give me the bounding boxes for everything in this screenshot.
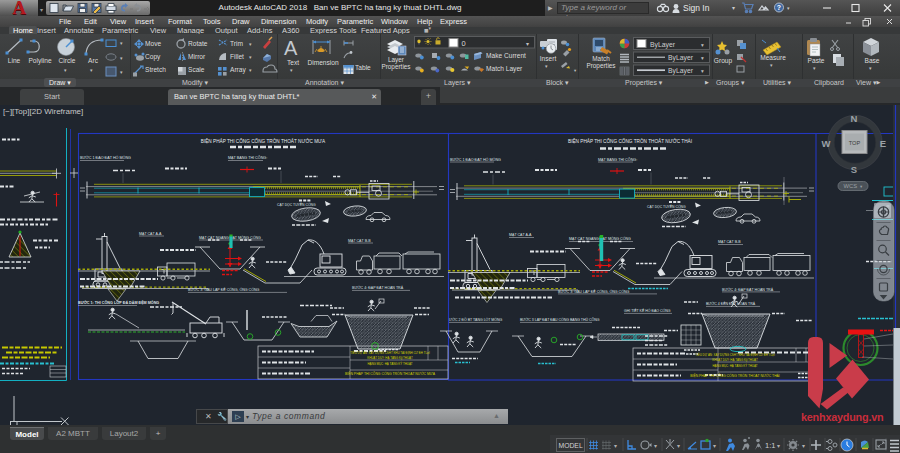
- svg-text:1:1: 1:1: [765, 441, 775, 450]
- svg-text:ByLayer: ByLayer: [668, 54, 694, 62]
- svg-text:▾: ▾: [120, 40, 123, 46]
- svg-text:▾: ▾: [120, 55, 123, 61]
- svg-text:A: A: [284, 37, 298, 59]
- svg-text:BƯỚC 3 LẤP ĐẤT ĐẦU CỐNG BẰNG T: BƯỚC 3 LẤP ĐẤT ĐẦU CỐNG BẰNG THỦ CÔNG: [520, 317, 600, 322]
- svg-text:▾: ▾: [777, 443, 780, 449]
- svg-text:W: W: [822, 138, 831, 149]
- svg-text:▾: ▾: [526, 41, 529, 47]
- svg-text:GHI TIẾT KẾ HỐ ĐÀO CỐNG: GHI TIẾT KẾ HỐ ĐÀO CỐNG: [624, 308, 671, 313]
- svg-text:HẠNG MỤC: HẠ TẦNG KỸ THUẬT: HẠNG MỤC: HẠ TẦNG KỸ THUẬT: [712, 363, 757, 368]
- svg-text:▾: ▾: [701, 42, 704, 48]
- svg-text:BIỆN PHÁP THI CÔNG CỐNG TRÒN T: BIỆN PHÁP THI CÔNG CỐNG TRÒN THOÁT NƯỚC …: [201, 137, 326, 144]
- svg-text:kenhxaydung.vn: kenhxaydung.vn: [801, 411, 883, 423]
- svg-text:S: S: [851, 164, 857, 175]
- svg-text:BIỆN PHÁP THI CÔNG CỐNG TRÒN T: BIỆN PHÁP THI CÔNG CỐNG TRÒN THOÁT NƯỚC …: [345, 371, 436, 376]
- svg-text:KHUẬT DUY: HẠ TẦNG Kỹ THUẬT: KHUẬT DUY: HẠ TẦNG Kỹ THUẬT: [712, 358, 758, 362]
- svg-text:BIỆN PHÁP THI CÔNG CỐNG TRÒN T: BIỆN PHÁP THI CÔNG CỐNG TRÒN THOÁT NƯỚC …: [690, 373, 780, 378]
- svg-text:MẶT CẮT B-B: MẶT CẮT B-B: [348, 238, 371, 243]
- svg-text:ByLayer: ByLayer: [650, 41, 676, 49]
- svg-text:▾: ▾: [574, 68, 577, 73]
- svg-text:E: E: [880, 138, 886, 149]
- svg-text:MẶT CẮT A-A: MẶT CẮT A-A: [139, 231, 162, 236]
- svg-text:CẬT DỌC TUYẾN CỐNG: CẬT DỌC TUYẾN CỐNG: [277, 202, 316, 207]
- svg-text:KHUẬT DUY: HẠ TẦNG Kỹ THUẬT: KHUẬT DUY: HẠ TẦNG Kỹ THUẬT: [367, 356, 413, 360]
- svg-text:TOP: TOP: [849, 140, 861, 146]
- svg-text:▾: ▾: [802, 443, 805, 449]
- svg-text:▾: ▾: [713, 443, 716, 449]
- svg-text:▾: ▾: [614, 443, 617, 449]
- svg-text:BƯỚC 4: ĐẮP ĐẤT HOÀN TRẢ: BƯỚC 4: ĐẮP ĐẤT HOÀN TRẢ: [352, 285, 404, 290]
- svg-text:MODEL: MODEL: [559, 442, 583, 449]
- svg-text:BƯỚC 3: GẦU LẤP ĐẾ CỐNG, ỐNG C: BƯỚC 3: GẦU LẤP ĐẾ CỐNG, ỐNG CỐNG: [188, 287, 260, 292]
- svg-text:▾: ▾: [654, 443, 657, 449]
- svg-text:?: ?: [777, 4, 781, 11]
- svg-text:HẠNG MỤC: HẠ TẦNG KỸ THUẬT: HẠNG MỤC: HẠ TẦNG KỸ THUẬT: [367, 361, 412, 366]
- svg-text:▾: ▾: [701, 55, 704, 61]
- svg-text:BƯỚC 1: THI CÔNG LỚP ĐÁ DĂM ĐỆ: BƯỚC 1: THI CÔNG LỚP ĐÁ DĂM ĐỆM MÓNG: [78, 300, 159, 305]
- svg-text:ƯỚC 2 ĐỔ BT TẦNG LÓT MÓNG: ƯỚC 2 ĐỔ BT TẦNG LÓT MÓNG: [449, 317, 503, 322]
- svg-text:▾: ▾: [701, 68, 704, 74]
- svg-text:BIỆN PHÁP THI CÔNG CỐNG TRÒN T: BIỆN PHÁP THI CÔNG CỐNG TRÒN THOÁT NƯỚC …: [568, 137, 692, 144]
- svg-text:ByLayer: ByLayer: [668, 67, 694, 75]
- svg-text:WCS: WCS: [844, 183, 858, 189]
- svg-text:MẶT BẰNG THI CÔNG:: MẶT BẰNG THI CÔNG:: [228, 155, 267, 160]
- svg-text:BƯỚC 1 ĐÀO ĐẤT HỐ MÓNG: BƯỚC 1 ĐÀO ĐẤT HỐ MÓNG: [80, 155, 131, 160]
- svg-text:TIỂU DỰ ÁN: XÂY DỰNG CSHT KHU: TIỂU DỰ ÁN: XÂY DỰNG CSHT KHU TÁI ĐỊNH C…: [695, 352, 775, 357]
- svg-text:0: 0: [462, 39, 466, 48]
- svg-text:BƯỚC 4 ĐẾN ĐẤT HOÀN TRẢ: BƯỚC 4 ĐẾN ĐẤT HOÀN TRẢ: [706, 301, 756, 306]
- svg-text:▾: ▾: [677, 443, 680, 449]
- svg-text:N: N: [851, 113, 858, 124]
- svg-text:TIỂU DỰ ÁN: XÂY DỰNG CSHT KHU: TIỂU DỰ ÁN: XÂY DỰNG CSHT KHU TÁI ĐỊNH C…: [350, 350, 430, 355]
- svg-text:▾: ▾: [120, 69, 123, 75]
